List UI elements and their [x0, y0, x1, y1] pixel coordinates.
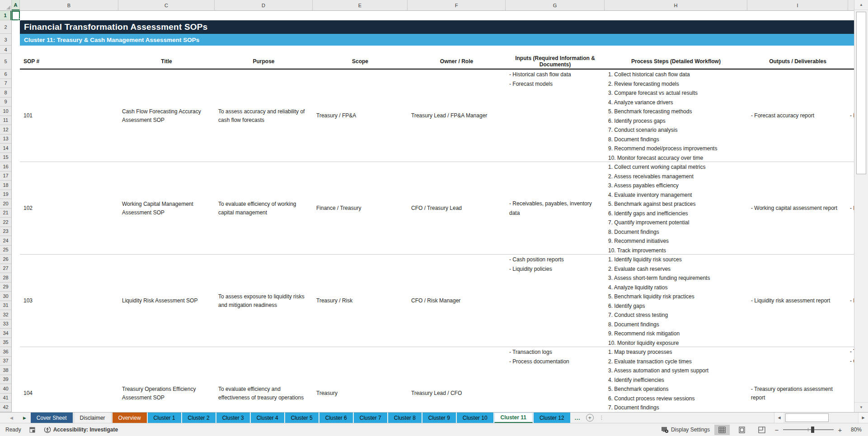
row-header-23[interactable]: 23	[0, 227, 11, 237]
column-header-e[interactable]: E	[313, 0, 408, 10]
tab-nav-left-icon[interactable]: ◀	[10, 416, 13, 420]
cell-scope[interactable]: Finance / Treasury	[313, 162, 408, 255]
cell-outputs[interactable]: - Liquidity risk assessment report	[747, 255, 848, 347]
cell-next-column-clipped[interactable]: - Liq	[848, 255, 854, 347]
sheet-tab-cluster-8[interactable]: Cluster 8	[388, 413, 422, 423]
hscroll-track[interactable]	[784, 413, 858, 423]
cell-inputs[interactable]: - Receivables, payables, inventory data	[506, 162, 605, 255]
header-cell-spacer[interactable]	[12, 54, 20, 70]
row-header-31[interactable]: 31	[0, 301, 11, 311]
scroll-down-icon[interactable]: ▼	[854, 402, 868, 412]
cell-inputs[interactable]: - Cash position reports- Liquidity polic…	[506, 255, 605, 347]
header-cell-outputs-deliverables[interactable]: Outputs / Deliverables	[747, 54, 848, 70]
horizontal-scrollbar[interactable]: ◀ ▶	[774, 413, 868, 423]
cell-scope[interactable]: Treasury	[313, 347, 408, 412]
header-cell-clipped[interactable]	[848, 54, 854, 70]
row-header-5[interactable]: 5	[0, 54, 11, 70]
cell-purpose[interactable]: To assess accuracy and reliability of ca…	[215, 70, 313, 162]
row-header-37[interactable]: 37	[0, 357, 11, 366]
row-header-29[interactable]: 29	[0, 283, 11, 292]
sheet-tab-cluster-3[interactable]: Cluster 3	[216, 413, 250, 423]
column-header-b[interactable]: B	[20, 0, 118, 10]
vertical-scrollbar[interactable]: ▲ ▼	[854, 0, 868, 412]
cell-title[interactable]: Liquidity Risk Assessment SOP	[118, 255, 215, 347]
scroll-up-icon[interactable]: ▲	[854, 0, 868, 10]
row-header-9[interactable]: 9	[0, 97, 11, 107]
row-header-25[interactable]: 25	[0, 246, 11, 255]
cell-process-steps[interactable]: 1. Collect current working capital metri…	[605, 162, 747, 255]
row-header-42[interactable]: 42	[0, 403, 11, 412]
sheet-tab-cluster-7[interactable]: Cluster 7	[354, 413, 387, 423]
cell-title[interactable]: Working Capital Management Assessment SO…	[118, 162, 215, 255]
row-header-2[interactable]: 2	[0, 20, 11, 34]
sheet-tab-cluster-4[interactable]: Cluster 4	[251, 413, 284, 423]
row-header-13[interactable]: 13	[0, 135, 11, 144]
cell-purpose[interactable]: To assess exposure to liquidity risks an…	[215, 255, 313, 347]
column-header-g[interactable]: G	[506, 0, 605, 10]
column-header-a[interactable]: A	[12, 0, 20, 10]
cell-col-a[interactable]	[12, 347, 20, 412]
row-header-38[interactable]: 38	[0, 366, 11, 375]
sheet-content[interactable]: Financial Transformation Assessment SOPs…	[12, 11, 854, 412]
row-header-18[interactable]: 18	[0, 181, 11, 190]
cell-purpose[interactable]: To evaluate efficiency of working capita…	[215, 162, 313, 255]
header-cell-title[interactable]: Title	[118, 54, 215, 70]
row-header-33[interactable]: 33	[0, 320, 11, 329]
cell-owner[interactable]: Treasury Lead / CFO	[408, 347, 506, 412]
row-header-15[interactable]: 15	[0, 153, 11, 162]
row-header-4[interactable]: 4	[0, 46, 11, 54]
row-header-41[interactable]: 41	[0, 394, 11, 403]
cell-sop-number[interactable]: 102	[20, 162, 118, 255]
row-header-32[interactable]: 32	[0, 310, 11, 320]
fill-handle[interactable]	[18, 19, 20, 21]
sheet-tab-cluster-1[interactable]: Cluster 1	[148, 413, 181, 423]
display-settings-button[interactable]: Display Settings	[661, 427, 710, 433]
sheet-tab-disclaimer[interactable]: Disclaimer	[74, 413, 112, 423]
cell-next-column-clipped[interactable]: - DS	[848, 162, 854, 255]
sheet-tab-cover-sheet[interactable]: Cover Sheet	[31, 413, 73, 423]
header-cell-sop[interactable]: SOP #	[20, 54, 118, 70]
sheet-title-cell[interactable]: Financial Transformation Assessment SOPs	[20, 20, 854, 34]
cell-sop-number[interactable]: 103	[20, 255, 118, 347]
cell-scope[interactable]: Treasury / Risk	[313, 255, 408, 347]
header-cell-purpose[interactable]: Purpose	[215, 54, 313, 70]
row-header-14[interactable]: 14	[0, 144, 11, 153]
row-header-20[interactable]: 20	[0, 199, 11, 209]
column-header-c[interactable]: C	[118, 0, 215, 10]
row-header-16[interactable]: 16	[0, 162, 11, 172]
sheet-tab-cluster-12[interactable]: Cluster 12	[534, 413, 570, 423]
sheet-subtitle-cell[interactable]: Cluster 11: Treasury & Cash Management A…	[20, 34, 854, 46]
sheet-tab-cluster-11[interactable]: Cluster 11	[494, 413, 533, 423]
view-page-break-button[interactable]	[754, 425, 769, 435]
row-header-19[interactable]: 19	[0, 190, 11, 199]
zoom-slider[interactable]	[783, 427, 834, 433]
cell-process-steps[interactable]: 1. Map treasury processes2. Evaluate tra…	[605, 347, 747, 412]
cell-col-a[interactable]	[12, 162, 20, 255]
cell-purpose[interactable]: To evaluate efficiency and effectiveness…	[215, 347, 313, 412]
row-header-30[interactable]: 30	[0, 292, 11, 301]
macro-record-icon[interactable]	[29, 427, 36, 433]
hscroll-left-icon[interactable]: ◀	[774, 413, 784, 423]
row-header-7[interactable]: 7	[0, 79, 11, 88]
column-header-clipped[interactable]	[848, 0, 854, 10]
row-header-35[interactable]: 35	[0, 338, 11, 348]
cell-col-a[interactable]	[12, 255, 20, 347]
header-cell-owner-role[interactable]: Owner / Role	[408, 54, 506, 70]
cell-title[interactable]: Cash Flow Forecasting Accuracy Assessmen…	[118, 70, 215, 162]
row-header-8[interactable]: 8	[0, 88, 11, 97]
row-header-34[interactable]: 34	[0, 329, 11, 338]
row-header-12[interactable]: 12	[0, 125, 11, 135]
vscroll-thumb[interactable]	[856, 12, 866, 174]
row-header-21[interactable]: 21	[0, 209, 11, 218]
cell-owner[interactable]: CFO / Risk Manager	[408, 255, 506, 347]
column-header-i[interactable]: I	[747, 0, 848, 10]
select-all-corner[interactable]	[0, 0, 12, 10]
zoom-out-button[interactable]: −	[774, 426, 779, 434]
cell-title[interactable]: Treasury Operations Efficiency Assessmen…	[118, 347, 215, 412]
row-header-6[interactable]: 6	[0, 70, 11, 79]
hscroll-right-icon[interactable]: ▶	[858, 413, 868, 423]
column-header-d[interactable]: D	[215, 0, 313, 10]
cell-next-column-clipped[interactable]: - Tr- Co	[848, 347, 854, 412]
cell-sop-number[interactable]: 101	[20, 70, 118, 162]
cell-sop-number[interactable]: 104	[20, 347, 118, 412]
